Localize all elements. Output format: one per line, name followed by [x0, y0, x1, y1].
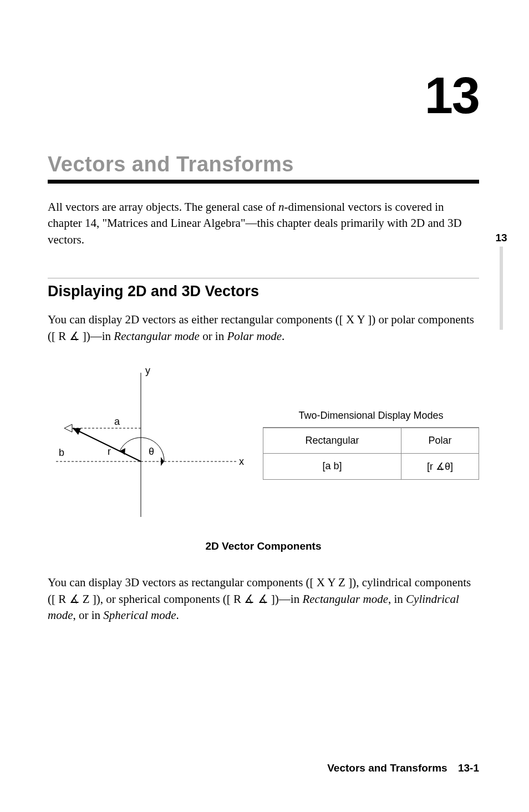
- svg-marker-5: [64, 424, 72, 432]
- text: .: [176, 608, 179, 622]
- label-b: b: [59, 447, 64, 459]
- text: )—in: [275, 592, 303, 606]
- text: )—in: [87, 329, 114, 343]
- cell-rect: [a b]: [263, 453, 401, 479]
- text: or in: [200, 329, 227, 343]
- col-polar: Polar: [401, 428, 479, 453]
- label-y: y: [145, 365, 150, 377]
- side-tab-number: 13: [490, 232, 512, 244]
- text: , or in: [73, 608, 104, 622]
- section1-paragraph-3d: You can display 3D vectors as rectangula…: [48, 575, 479, 624]
- footer-title: Vectors and Transforms: [327, 762, 447, 774]
- section1-paragraph: You can display 2D vectors as either rec…: [48, 312, 479, 345]
- figure-2d: y x a b r θ Two-Dimensional Display Mode…: [48, 362, 479, 528]
- label-a: a: [114, 416, 120, 428]
- text: All vectors are array objects. The gener…: [48, 200, 278, 214]
- section-title: Displaying 2D and 3D Vectors: [48, 283, 479, 300]
- mode-sph: Spherical mode: [103, 608, 176, 622]
- footer-page-number: 13-1: [458, 762, 479, 774]
- code: [ R ∡ Z ]: [52, 592, 96, 606]
- side-tab: 13: [490, 232, 512, 329]
- mode-rect: Rectangular mode: [302, 592, 388, 606]
- cell-polar: [r ∡θ]: [401, 453, 479, 479]
- side-tab-bar: [500, 246, 503, 329]
- mode-polar: Polar mode: [227, 329, 282, 343]
- text: .: [282, 329, 284, 343]
- text: , in: [388, 592, 406, 606]
- section-rule: [48, 278, 479, 278]
- text: ), or spherical components (: [96, 592, 227, 606]
- code: [ R ∡ ]: [52, 329, 87, 343]
- text: You can display 3D vectors as rectangula…: [48, 576, 310, 589]
- vector-diagram: y x a b r θ: [48, 362, 253, 528]
- table-caption: Two-Dimensional Display Modes: [263, 410, 479, 428]
- label-theta: θ: [149, 446, 154, 458]
- italic-n: n: [278, 200, 284, 214]
- chapter-number: 13: [48, 67, 479, 125]
- figure-caption: 2D Vector Components: [48, 540, 479, 552]
- code: [ X Y Z ]: [310, 576, 353, 589]
- intro-paragraph: All vectors are array objects. The gener…: [48, 199, 479, 248]
- mode-rect: Rectangular mode: [114, 329, 200, 343]
- code: [ X Y ]: [339, 313, 372, 326]
- label-r: r: [108, 446, 111, 458]
- title-rule: [48, 180, 479, 184]
- text: You can display 2D vectors as either rec…: [48, 313, 339, 326]
- svg-line-3: [73, 428, 141, 461]
- chapter-title: Vectors and Transforms: [48, 153, 479, 176]
- label-x: x: [239, 456, 244, 468]
- svg-marker-8: [161, 457, 164, 466]
- page-footer: Vectors and Transforms 13-1: [327, 762, 479, 774]
- display-modes-table: Two-Dimensional Display Modes Rectangula…: [263, 410, 479, 480]
- code: [ R ∡ ∡ ]: [227, 592, 275, 606]
- col-rectangular: Rectangular: [263, 428, 401, 453]
